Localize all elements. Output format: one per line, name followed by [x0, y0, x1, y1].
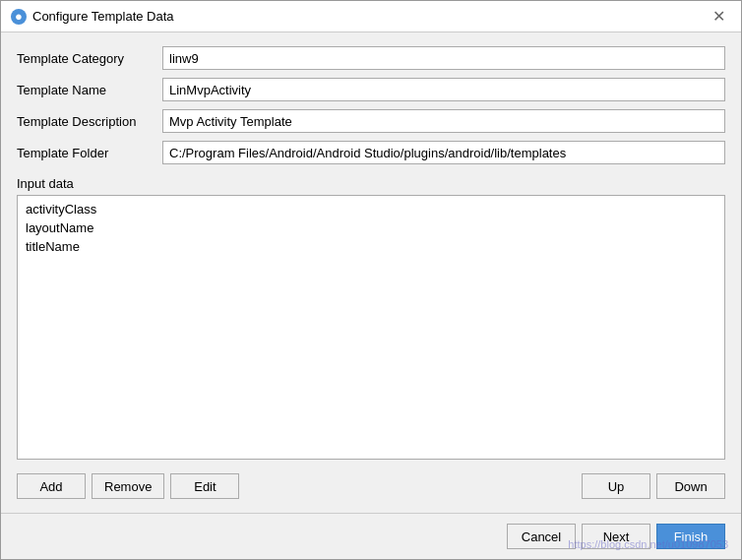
app-icon: ● — [11, 9, 27, 25]
add-button[interactable]: Add — [17, 473, 86, 499]
template-folder-input[interactable] — [162, 141, 725, 164]
configure-template-dialog: ● Configure Template Data ✕ Template Cat… — [0, 0, 742, 560]
template-category-label: Template Category — [17, 51, 155, 66]
template-category-input[interactable] — [162, 46, 725, 70]
template-description-input[interactable] — [162, 109, 725, 133]
input-data-list[interactable]: activityClasslayoutNametitleName — [17, 195, 725, 460]
dialog-footer: Cancel Next Finish — [1, 513, 741, 559]
title-bar: ● Configure Template Data ✕ — [1, 1, 741, 32]
dialog-title: Configure Template Data — [32, 9, 174, 24]
template-name-label: Template Name — [17, 83, 155, 97]
list-item[interactable]: titleName — [22, 237, 720, 256]
remove-button[interactable]: Remove — [92, 473, 164, 499]
template-description-label: Template Description — [17, 114, 155, 129]
list-item[interactable]: layoutName — [22, 218, 720, 237]
title-bar-left: ● Configure Template Data — [11, 9, 174, 25]
template-category-row: Template Category — [17, 46, 725, 70]
edit-button[interactable]: Edit — [170, 473, 239, 499]
up-button[interactable]: Up — [582, 473, 650, 499]
input-data-section: Input data activityClasslayoutNametitleN… — [17, 176, 725, 460]
close-button[interactable]: ✕ — [707, 7, 731, 27]
watermark: https://blog.csdn.net/u010987053 — [568, 538, 728, 550]
down-button[interactable]: Down — [656, 473, 725, 499]
right-buttons: Up Down — [582, 473, 725, 499]
input-data-label: Input data — [17, 176, 725, 191]
left-buttons: Add Remove Edit — [17, 473, 239, 499]
template-folder-row: Template Folder — [17, 141, 725, 164]
template-folder-label: Template Folder — [17, 146, 155, 160]
cancel-button[interactable]: Cancel — [507, 524, 576, 549]
template-description-row: Template Description — [17, 109, 725, 133]
list-item[interactable]: activityClass — [22, 200, 720, 218]
template-name-row: Template Name — [17, 78, 725, 101]
template-name-input[interactable] — [162, 78, 725, 101]
dialog-body: Template Category Template Name Template… — [1, 32, 741, 513]
bottom-buttons-row: Add Remove Edit Up Down — [17, 473, 725, 499]
